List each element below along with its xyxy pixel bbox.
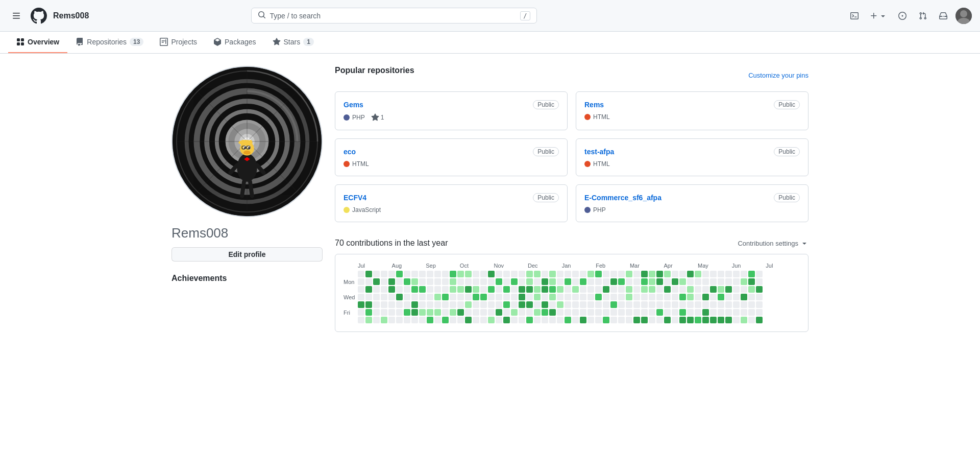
repositories-icon (76, 38, 84, 46)
day-cell (404, 294, 410, 300)
day-cell (626, 278, 632, 285)
day-cell (542, 278, 548, 285)
nav-repositories[interactable]: Repositories 13 (67, 32, 152, 53)
day-cell (672, 309, 678, 316)
day-cell (473, 286, 479, 293)
day-cell (511, 317, 518, 323)
day-cell (695, 309, 701, 316)
user-avatar[interactable] (955, 8, 972, 24)
day-cell (534, 286, 541, 293)
day-cell (587, 271, 594, 277)
day-cell (549, 309, 556, 316)
month-jul2: Jul (766, 263, 800, 269)
day-cell (595, 271, 602, 277)
repo-card-eco: eco Public HTML (335, 138, 568, 176)
day-cell (664, 301, 671, 308)
week-col (381, 271, 387, 323)
add-new-button[interactable] (867, 10, 890, 22)
left-sidebar: 🙂 Rems008 Edit profile Achievements (172, 66, 323, 332)
pullrequest-button[interactable] (915, 8, 931, 24)
day-cell (503, 309, 510, 316)
day-cell (565, 301, 571, 308)
profile-nav: Overview Repositories 13 Projects Packag… (0, 32, 980, 54)
day-cell (496, 278, 502, 285)
day-cell (396, 301, 403, 308)
contributions-header: 70 contributions in the last year Contri… (335, 239, 808, 248)
search-box[interactable]: Type / to search / (251, 8, 537, 23)
repo-meta-ecfv4: JavaScript (344, 206, 559, 214)
day-cell (450, 294, 456, 300)
repo-visibility-test-afpa: Public (774, 147, 800, 156)
day-cell (710, 286, 717, 293)
day-cell (702, 309, 709, 316)
repo-name-ecfv4[interactable]: ECFV4 (344, 194, 366, 202)
lang-dot-rems (584, 114, 591, 120)
day-cell (519, 286, 525, 293)
repo-name-test-afpa[interactable]: test-afpa (584, 148, 614, 156)
day-cell (741, 309, 747, 316)
day-cell (526, 309, 533, 316)
day-cell (618, 278, 625, 285)
repo-lang-eco: HTML (344, 160, 369, 168)
week-col (511, 271, 518, 323)
repo-card-header-ecfv4: ECFV4 Public (344, 193, 559, 202)
day-cell (381, 309, 387, 316)
week-col (434, 271, 441, 323)
nav-projects[interactable]: Projects (152, 32, 205, 53)
day-cell (618, 301, 625, 308)
day-cell (733, 294, 740, 300)
day-cell (672, 317, 678, 323)
day-cell (480, 301, 487, 308)
graph-body: Mon Wed Fri (344, 271, 800, 323)
day-cell (587, 278, 594, 285)
day-cell (411, 278, 418, 285)
day-cell (618, 286, 625, 293)
repo-name-eco[interactable]: eco (344, 148, 356, 156)
day-cell (488, 294, 495, 300)
day-cell (587, 294, 594, 300)
svg-point-1 (960, 10, 967, 17)
repo-name-ecommerce[interactable]: E-Commerce_sf6_afpa (584, 194, 662, 202)
contribution-settings-btn[interactable]: Contribution settings (738, 239, 808, 247)
day-cell (725, 301, 732, 308)
day-cell (718, 301, 724, 308)
week-col (741, 271, 747, 323)
edit-profile-button[interactable]: Edit profile (172, 247, 323, 262)
repos-grid: Gems Public PHP 1 Rems (335, 91, 808, 222)
contribution-graph: Jul Aug Sep Oct Nov Dec Jan Feb Mar Apr … (335, 254, 808, 332)
repo-name-gems[interactable]: Gems (344, 101, 363, 109)
nav-packages[interactable]: Packages (205, 32, 264, 53)
day-cell (603, 301, 609, 308)
nav-stars[interactable]: Stars 1 (264, 32, 322, 53)
svg-point-30 (241, 140, 244, 143)
inbox-button[interactable] (935, 8, 951, 24)
day-cell (572, 294, 579, 300)
day-cell (457, 294, 464, 300)
day-cell (557, 317, 564, 323)
day-cell (480, 271, 487, 277)
day-cell (610, 294, 617, 300)
nav-overview[interactable]: Overview (8, 32, 67, 53)
day-cell (664, 309, 671, 316)
issues-button[interactable] (894, 8, 911, 24)
week-col (610, 271, 617, 323)
day-cell (427, 278, 433, 285)
day-cell (434, 317, 441, 323)
hamburger-button[interactable] (8, 8, 24, 24)
repo-name-rems[interactable]: Rems (584, 101, 604, 109)
day-cell (565, 309, 571, 316)
day-cell (549, 301, 556, 308)
day-cell (503, 278, 510, 285)
edit-emoji-button[interactable]: 🙂 (300, 195, 315, 210)
day-cell (549, 286, 556, 293)
day-cell (396, 278, 403, 285)
day-cell (358, 309, 364, 316)
day-cell (679, 317, 686, 323)
terminal-button[interactable] (846, 8, 863, 24)
day-cell (434, 309, 441, 316)
day-cell (679, 271, 686, 277)
repositories-badge: 13 (130, 38, 143, 46)
day-cell (427, 294, 433, 300)
header: Rems008 Type / to search / (0, 0, 980, 32)
customize-pins-link[interactable]: Customize your pins (748, 72, 808, 79)
